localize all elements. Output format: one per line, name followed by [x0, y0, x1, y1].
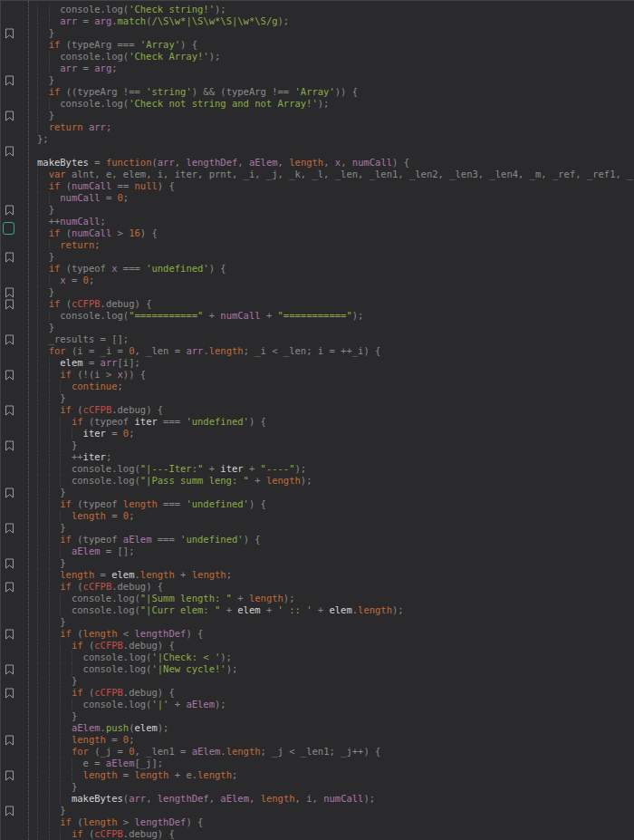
code-line[interactable]: if (numCall == null) { [1, 180, 634, 192]
code-line[interactable]: console.log('Check Array!'); [1, 51, 634, 63]
gutter-cell[interactable] [1, 333, 37, 345]
code-line[interactable]: for (_j = 0, _len1 = aElem.length; _j < … [1, 746, 634, 758]
gutter-cell[interactable] [1, 781, 37, 793]
gutter-cell[interactable] [1, 534, 37, 546]
code-line[interactable]: ++numCall; [1, 216, 634, 227]
code-line[interactable]: console.log("|Curr elem: " + elem + ' ::… [1, 604, 634, 616]
code-line[interactable]: } [1, 781, 634, 793]
gutter-cell[interactable] [1, 640, 37, 652]
gutter-cell[interactable] [1, 204, 37, 216]
code-line[interactable]: arr = arg; [1, 63, 634, 74]
gutter-cell[interactable] [1, 793, 37, 805]
bookmark-icon[interactable] [5, 334, 14, 345]
code-line[interactable]: if ((typeArg !== 'string') && (typeArg !… [1, 86, 634, 98]
code-line[interactable]: if (cCFPB.debug) { [1, 687, 634, 699]
code-line[interactable]: ++iter; [1, 451, 634, 463]
code-line[interactable]: } [1, 322, 634, 333]
bookmark-icon[interactable] [5, 405, 14, 416]
bookmark-icon[interactable] [5, 558, 14, 569]
gutter-cell[interactable] [1, 4, 37, 15]
code-line[interactable]: for (i = _i = 0, _len = arr.length; _i <… [1, 345, 634, 357]
bookmark-icon[interactable] [5, 582, 14, 593]
code-line[interactable]: console.log('|New cycle!'); [1, 663, 634, 675]
code-line[interactable]: if (typeof x === 'undefined') { [1, 263, 634, 275]
code-line[interactable]: aElem.push(elem); [1, 722, 634, 734]
code-line[interactable]: } [1, 204, 634, 216]
gutter-cell[interactable] [1, 439, 37, 451]
code-line[interactable]: if (length < lengthDef) { [1, 628, 634, 640]
gutter-cell[interactable] [1, 475, 37, 487]
gutter-cell[interactable] [1, 298, 37, 310]
code-line[interactable]: iter = 0; [1, 428, 634, 439]
code-line[interactable]: console.log('|' + aElem); [1, 699, 634, 710]
gutter-cell[interactable] [1, 145, 37, 157]
code-line[interactable]: _results = []; [1, 333, 634, 345]
gutter-cell[interactable] [1, 192, 37, 204]
gutter-cell[interactable] [1, 616, 37, 628]
gutter-cell[interactable] [1, 569, 37, 581]
gutter-cell[interactable] [1, 286, 37, 298]
gutter-cell[interactable] [1, 769, 37, 781]
gutter-cell[interactable] [1, 816, 37, 828]
gutter-cell[interactable] [1, 628, 37, 640]
code-line[interactable]: makeBytes(arr, lengthDef, aElem, length,… [1, 793, 634, 805]
gutter-cell[interactable] [1, 239, 37, 251]
code-line[interactable]: } [1, 805, 634, 816]
gutter-cell[interactable] [1, 404, 37, 416]
bookmark-icon[interactable] [5, 629, 14, 640]
gutter-cell[interactable] [1, 487, 37, 498]
gutter-cell[interactable] [1, 263, 37, 275]
code-line[interactable]: length = length + e.length; [1, 769, 634, 781]
bookmark-icon[interactable] [5, 440, 14, 451]
code-line[interactable]: e = aElem[_j]; [1, 758, 634, 769]
code-line[interactable]: console.log("|Summ length: " + length); [1, 593, 634, 604]
gutter-cell[interactable] [1, 498, 37, 510]
gutter-cell[interactable] [1, 133, 37, 145]
gutter-cell[interactable] [1, 758, 37, 769]
code-line[interactable]: console.log("===========" + numCall + "=… [1, 310, 634, 322]
code-line[interactable]: if (numCall > 16) { [1, 227, 634, 239]
gutter-cell[interactable] [1, 74, 37, 86]
code-line[interactable]: } [1, 286, 634, 298]
code-line[interactable] [1, 145, 634, 157]
gutter-cell[interactable] [1, 734, 37, 746]
bookmark-icon[interactable] [5, 488, 14, 498]
gutter-cell[interactable] [1, 652, 37, 663]
code-line[interactable]: numCall = 0; [1, 192, 634, 204]
gutter-cell[interactable] [1, 392, 37, 404]
code-line[interactable]: } [1, 74, 634, 86]
gutter-cell[interactable] [1, 522, 37, 534]
gutter-cell[interactable] [1, 805, 37, 816]
bookmark-icon[interactable] [5, 299, 14, 310]
bookmark-icon[interactable] [5, 287, 14, 298]
gutter-cell[interactable] [1, 63, 37, 74]
code-line[interactable]: if (cCFPB.debug) { [1, 404, 634, 416]
code-line[interactable]: } [1, 27, 634, 39]
gutter-cell[interactable] [1, 227, 37, 239]
gutter-cell[interactable] [1, 604, 37, 616]
code-line[interactable]: } [1, 557, 634, 569]
bookmark-icon[interactable] [5, 205, 14, 216]
bookmark-icon[interactable] [5, 735, 14, 746]
code-line[interactable]: } [1, 392, 634, 404]
gutter-cell[interactable] [1, 39, 37, 51]
code-line[interactable]: length = elem.length + length; [1, 569, 634, 581]
gutter-cell[interactable] [1, 251, 37, 263]
gutter-cell[interactable] [1, 110, 37, 121]
bookmark-icon[interactable] [5, 146, 14, 157]
code-line[interactable]: elem = arr[i]; [1, 357, 634, 369]
bookmark-icon[interactable] [5, 523, 14, 534]
gutter-cell[interactable] [1, 581, 37, 593]
code-line[interactable]: } [1, 487, 634, 498]
gutter-cell[interactable] [1, 98, 37, 110]
code-line[interactable]: var alnt, e, elem, i, iter, prnt, _i, _j… [1, 169, 634, 180]
gutter-cell[interactable] [1, 86, 37, 98]
gutter-cell[interactable] [1, 157, 37, 169]
gutter-cell[interactable] [1, 557, 37, 569]
code-line[interactable]: } [1, 522, 634, 534]
gutter-cell[interactable] [1, 357, 37, 369]
code-line[interactable]: if (!(i > x)) { [1, 369, 634, 381]
code-line[interactable]: continue; [1, 381, 634, 392]
code-line[interactable]: aElem = []; [1, 546, 634, 557]
code-line[interactable]: console.log('Check not string and not Ar… [1, 98, 634, 110]
